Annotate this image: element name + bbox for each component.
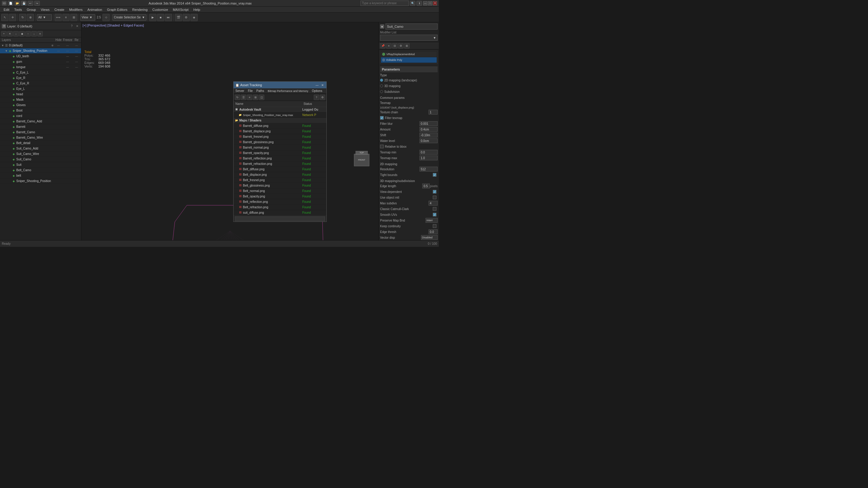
asset-window-title-bar[interactable]: 📋 Asset Tracking — ✕ — [234, 82, 327, 88]
layer-item[interactable]: ▼ ◆ Sniper_Shooting_Position — — — — [0, 48, 81, 54]
mod-configure-btn[interactable]: ⚙ — [398, 43, 404, 49]
menu-customize[interactable]: Customize — [150, 7, 170, 13]
asset-window-close[interactable]: ✕ — [320, 84, 324, 87]
modifier-list-dropdown[interactable]: ▼ — [380, 35, 438, 41]
max-subdivs-input[interactable] — [429, 201, 438, 206]
preserve-map-bnd-dropdown[interactable]: Interr — [426, 218, 438, 223]
layer-item[interactable]: ◆ Suit — [0, 162, 81, 167]
layer-select-btn[interactable]: ◆ — [19, 31, 25, 36]
asset-item[interactable]: 🖼 Barrett_glossiness.png Found — [234, 140, 327, 145]
frame-step-btn[interactable]: ⏭ — [165, 14, 172, 21]
material-editor-btn[interactable]: ◈ — [190, 14, 198, 21]
texture-chain-input[interactable] — [429, 110, 438, 115]
layer-item[interactable]: ◆ Belt_Camo — [0, 167, 81, 173]
asset-item[interactable]: 🖼 Barrett_opacity.png Found — [234, 150, 327, 156]
layer-item[interactable]: ◆ Suit_Camo_Wire — [0, 151, 81, 157]
menu-edit[interactable]: Edit — [1, 7, 12, 13]
asset-item[interactable]: 🖼 Barrett_normal.png Found — [234, 145, 327, 150]
scale-tool[interactable]: ⊕ — [27, 14, 34, 21]
layer-item[interactable]: ◆ Sniper_Shooting_Position — [0, 178, 81, 184]
layer-item[interactable]: ◆ Barrett_Camo_Wire — [0, 135, 81, 141]
radio-2d[interactable] — [380, 79, 383, 82]
search-input[interactable] — [361, 1, 409, 6]
panel-help-btn[interactable]: ? — [70, 24, 74, 28]
aw-preview-btn[interactable]: ◫ — [259, 95, 264, 100]
menu-create[interactable]: Create — [52, 7, 67, 13]
aw-grid-btn[interactable]: ⊞ — [253, 95, 258, 100]
mod-copy-btn[interactable]: ⊞ — [404, 43, 410, 49]
asset-item[interactable]: 🖼 Belt_refraction.png Found — [234, 205, 327, 210]
render-settings-btn[interactable]: ⚙ — [183, 14, 190, 21]
layer-move-up-btn[interactable]: ↑ — [25, 31, 31, 36]
radio-3d[interactable] — [380, 84, 383, 87]
layer-item[interactable]: ◆ C_Eye_L — [0, 70, 81, 75]
asset-item[interactable]: 📁 Sniper_Shooting_Position_max_vray.max … — [234, 113, 327, 118]
asset-item[interactable]: 🏛 Autodesk Vault Logged Ou — [234, 107, 327, 113]
mirror-tool[interactable]: ⟺ — [55, 14, 62, 21]
aw-details-btn[interactable]: ≡ — [247, 95, 252, 100]
asset-item[interactable]: 🖼 Barrett_reflection.png Found — [234, 156, 327, 161]
aw-menu-server[interactable]: Server — [234, 88, 246, 94]
edge-length-input[interactable] — [422, 184, 430, 188]
shift-input[interactable] — [420, 133, 438, 138]
close-btn[interactable]: ✕ — [433, 1, 437, 5]
menu-group[interactable]: Group — [24, 7, 38, 13]
menu-tools[interactable]: Tools — [12, 7, 24, 13]
menu-modifiers[interactable]: Modifiers — [67, 7, 85, 13]
asset-item[interactable]: 🖼 Barrett_fresnel.png Found — [234, 134, 327, 140]
object-color-swatch[interactable]: ■ — [380, 24, 384, 29]
layer-item[interactable]: ◆ head — [0, 92, 81, 97]
undo-btn[interactable]: ↩ — [28, 1, 33, 6]
filter-texmap-checkbox[interactable]: ✓ — [380, 116, 384, 120]
asset-item[interactable]: 📂 Maps / Shaders — [234, 118, 327, 123]
texmap-min-input[interactable] — [420, 150, 438, 155]
redo-btn[interactable]: ↪ — [34, 1, 40, 6]
menu-help[interactable]: Help — [191, 7, 203, 13]
asset-item[interactable]: 🖼 Belt_diffuse.png Found — [234, 167, 327, 172]
viewport-dropdown[interactable]: View ▼ — [80, 14, 95, 21]
asset-item[interactable]: 🖼 Belt_glossiness.png Found — [234, 183, 327, 188]
aw-help-btn[interactable]: ? — [314, 95, 319, 100]
asset-item[interactable]: 🖼 Belt_displace.png Found — [234, 172, 327, 178]
asset-item[interactable]: 🖼 Belt_normal.png Found — [234, 188, 327, 194]
vector-disp-dropdown[interactable]: Disabled — [421, 235, 438, 240]
aw-refresh-btn[interactable]: ↻ — [235, 95, 240, 100]
asset-item[interactable]: 🖼 Barrett_displace.png Found — [234, 129, 327, 134]
tight-bounds-2d-checkbox[interactable]: ✓ — [433, 173, 436, 177]
aw-menu-paths[interactable]: Paths — [255, 88, 266, 94]
open-btn[interactable]: 📂 — [14, 1, 20, 6]
layer-item[interactable]: ◆ Barrett_Camo_Add — [0, 119, 81, 124]
layer-add-selected-btn[interactable]: ↓ — [13, 31, 19, 36]
view-dependent-checkbox[interactable]: ✓ — [433, 190, 436, 193]
aw-menu-options[interactable]: Options — [310, 88, 324, 94]
layer-item[interactable]: ◆ Barrett_Camo — [0, 130, 81, 135]
radio-subdiv[interactable] — [380, 90, 383, 93]
layer-item[interactable]: ◆ belt — [0, 173, 81, 178]
resolution-input[interactable] — [420, 167, 438, 172]
asset-item[interactable]: 🖼 Belt_opacity.png Found — [234, 194, 327, 199]
play-btn[interactable]: ▶ — [149, 14, 156, 21]
panel-close-btn[interactable]: ✕ — [75, 24, 79, 28]
select-tool[interactable]: ↖ — [1, 14, 8, 21]
info-btn[interactable]: ℹ — [416, 1, 422, 6]
edge-thresh-input[interactable] — [429, 230, 438, 234]
asset-item[interactable]: 🖼 Belt_fresnel.png Found — [234, 178, 327, 183]
aw-settings-btn[interactable]: ⚙ — [320, 95, 325, 100]
asset-path-input[interactable] — [235, 216, 325, 221]
type-option-subdiv[interactable]: Subdivision — [380, 89, 438, 94]
save-btn[interactable]: 💾 — [21, 1, 27, 6]
asset-item[interactable]: 🖼 suit_diffuse.png Found — [234, 210, 327, 215]
smooth-uvs-checkbox[interactable]: ✓ — [433, 213, 436, 216]
aw-menu-bitmap[interactable]: Bitmap Performance and Memory — [266, 88, 310, 94]
layer-item[interactable]: ◆ Barrett — [0, 124, 81, 130]
type-option-3d[interactable]: 3D mapping — [380, 83, 438, 89]
aw-menu-file[interactable]: File — [246, 88, 254, 94]
type-option-2d[interactable]: 2D mapping (landscape) — [380, 78, 438, 83]
asset-window-minimize[interactable]: — — [315, 84, 319, 87]
menu-views[interactable]: Views — [38, 7, 52, 13]
layer-item[interactable]: ◆ Mask — [0, 97, 81, 102]
object-name-input[interactable] — [385, 24, 438, 30]
modifier-item[interactable]: VRayDisplacementMod — [381, 52, 437, 57]
rotate-tool[interactable]: ↻ — [19, 14, 26, 21]
layer-move-down-btn[interactable]: ↓ — [31, 31, 37, 36]
